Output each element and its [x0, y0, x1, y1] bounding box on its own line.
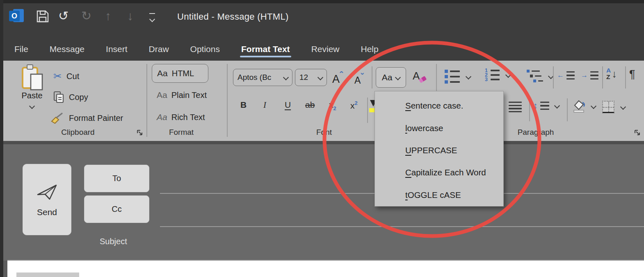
shading-button[interactable] [572, 99, 596, 113]
menu-item-lowercase[interactable]: lowercase [375, 117, 503, 139]
ribbon-bottom-edge [0, 141, 644, 144]
borders-button[interactable] [602, 101, 625, 113]
decrease-indent-arrow-icon: ← [557, 71, 564, 79]
line-spacing-button[interactable]: ↕ [533, 101, 559, 111]
format-rich-text-button[interactable]: Aa Rich Text [157, 112, 205, 122]
decrease-indent-lines-icon [566, 71, 575, 79]
tab-help[interactable]: Help [361, 44, 378, 54]
cut-scissors-icon: ✂ [53, 70, 62, 82]
undo-icon[interactable]: ↺ [58, 9, 69, 23]
strikethrough-button[interactable]: ab [305, 100, 315, 110]
cc-button[interactable]: Cc [84, 195, 149, 223]
bullets-chevron-icon[interactable] [466, 74, 471, 79]
save-icon[interactable] [36, 10, 49, 25]
shrink-font-button[interactable]: Aˇ [354, 72, 364, 86]
multilevel-list-icon [527, 70, 543, 82]
menu-item-uppercase[interactable]: UPPERCASE [375, 139, 503, 161]
message-body[interactable] [7, 261, 644, 277]
line-spacing-arrows-icon: ↕ [533, 101, 538, 111]
menu-item-toggle-case[interactable]: tOGGLE cASE [375, 184, 503, 206]
format-painter-button[interactable]: Format Painter [51, 112, 123, 124]
small-separator [529, 98, 530, 121]
font-size-combobox[interactable]: 12 [295, 69, 327, 86]
paste-button[interactable]: Paste [15, 64, 49, 121]
tab-review[interactable]: Review [311, 44, 340, 54]
font-name-chevron-icon [283, 75, 289, 80]
small-separator [625, 66, 626, 89]
increase-indent-arrow-icon: → [581, 71, 588, 79]
ribbon: Paste ✂ Cut Copy Format Painter Clipboar… [0, 61, 644, 141]
paragraph-dialog-launcher-icon[interactable] [634, 129, 641, 136]
numbering-icon: 1 2 3 [485, 69, 500, 81]
menu-item-sentence-case[interactable]: Sentence case. [375, 95, 503, 117]
bullets-button[interactable] [445, 70, 470, 84]
change-case-chevron-icon [395, 75, 401, 80]
accel-letter: C [405, 168, 411, 177]
line-spacing-lines-icon [540, 102, 549, 110]
italic-button[interactable]: I [263, 100, 266, 110]
cc-field[interactable] [160, 226, 644, 227]
tab-options[interactable]: Options [190, 44, 220, 54]
grow-font-button[interactable]: Aˆ [332, 70, 343, 86]
justify-button[interactable] [509, 102, 522, 112]
bullets-icon [445, 70, 460, 84]
superscript-2: 2 [355, 100, 358, 106]
window-left-edge [0, 0, 3, 277]
show-paragraph-marks-button[interactable]: ¶ [629, 68, 635, 81]
plain-text-aa-icon: Aa [157, 90, 167, 100]
compose-header: Send To Cc Subject [0, 144, 644, 261]
bold-button[interactable]: B [240, 100, 247, 110]
customize-quick-access-toolbar-icon[interactable] [149, 13, 156, 23]
paragraph-group-label: Paragraph [505, 128, 567, 137]
subscript-2: 2 [333, 105, 336, 111]
change-case-button[interactable]: Aa [376, 67, 406, 88]
format-painter-label: Format Painter [69, 114, 123, 123]
html-aa-icon: Aa [157, 68, 168, 78]
underline-button[interactable]: U [285, 100, 291, 110]
to-button[interactable]: To [84, 165, 149, 192]
font-name-combobox[interactable]: Aptos (Bc [233, 69, 292, 86]
move-down-icon[interactable]: ↓ [127, 9, 133, 23]
numbering-button[interactable]: 1 2 3 [485, 69, 510, 81]
menu-item-capitalize-each-word[interactable]: Capitalize Each Word [375, 161, 503, 184]
superscript-button[interactable]: x2 [350, 100, 358, 111]
subscript-button[interactable]: x2 [329, 100, 336, 111]
numbering-chevron-icon[interactable] [505, 72, 511, 78]
format-plain-text-button[interactable]: Aa Plain Text [157, 90, 207, 100]
body-left-margin [3, 261, 7, 277]
accel-letter: S [405, 101, 411, 111]
clipboard-dialog-launcher-icon[interactable] [136, 129, 143, 136]
tab-file[interactable]: File [14, 44, 28, 54]
decrease-indent-button[interactable]: ← [557, 71, 575, 79]
send-plane-icon [36, 182, 59, 202]
tab-draw[interactable]: Draw [149, 44, 169, 54]
paste-dropdown-chevron-icon[interactable] [29, 103, 35, 109]
tab-message[interactable]: Message [50, 44, 84, 54]
menu-item-text: PPERCASE [411, 145, 457, 155]
tab-insert[interactable]: Insert [106, 44, 128, 54]
redo-icon[interactable]: ↻ [81, 9, 91, 23]
send-button[interactable]: Send [23, 164, 71, 235]
html-label: HTML [172, 69, 194, 78]
copy-button[interactable]: Copy [53, 91, 88, 103]
group-separator [146, 64, 147, 137]
outlook-app-icon[interactable]: O [9, 9, 24, 24]
clear-formatting-button[interactable]: A [413, 70, 420, 82]
cut-button[interactable]: ✂ Cut [53, 70, 79, 82]
ribbon-tab-bar: File Message Insert Draw Options Format … [14, 41, 379, 57]
multilevel-list-button[interactable] [527, 70, 553, 82]
move-up-icon[interactable]: ↑ [105, 9, 111, 23]
clipboard-group-label: Clipboard [33, 128, 123, 137]
tab-format-text[interactable]: Format Text [241, 44, 290, 54]
small-separator [372, 66, 372, 89]
sort-arrow-icon: ↓ [612, 68, 617, 80]
small-separator [602, 66, 603, 89]
increase-indent-button[interactable]: → [581, 71, 598, 79]
line-spacing-chevron-icon [554, 103, 560, 109]
outlook-message-window: O ↺ ↻ ↑ ↓ Untitled - Message (HTML) File… [0, 0, 644, 277]
borders-chevron-icon [620, 104, 626, 110]
copy-icon [53, 91, 64, 103]
cut-label: Cut [66, 72, 79, 81]
sort-button[interactable]: A Z ↓ [606, 67, 617, 80]
format-html-button[interactable]: Aa HTML [152, 64, 208, 83]
